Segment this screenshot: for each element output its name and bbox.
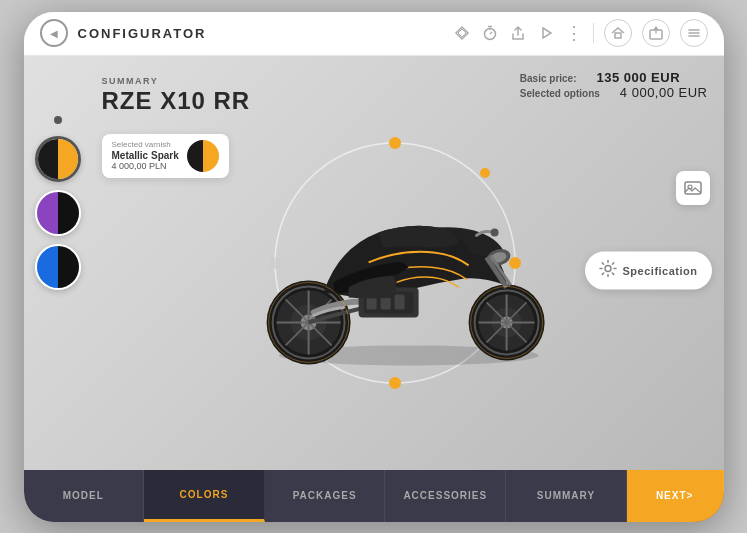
- motorcycle-image: [238, 157, 578, 377]
- svg-rect-7: [615, 33, 621, 38]
- diamond-icon[interactable]: [453, 24, 471, 42]
- export-button[interactable]: [642, 19, 670, 47]
- top-info: SUMMARY RZE X10 RR Basic price: 135 000 …: [92, 56, 724, 114]
- timer-icon[interactable]: [481, 24, 499, 42]
- main-area: SUMMARY RZE X10 RR Basic price: 135 000 …: [24, 56, 724, 470]
- back-icon: ◀: [50, 28, 58, 39]
- menu-button[interactable]: [680, 19, 708, 47]
- selected-options-value: 4 000,00 EUR: [620, 85, 708, 100]
- home-button[interactable]: [604, 19, 632, 47]
- svg-marker-6: [543, 28, 551, 38]
- varnish-price: 4 000,00 PLN: [112, 161, 179, 171]
- svg-line-5: [490, 32, 492, 34]
- varnish-label: Selected varnish: [112, 140, 179, 149]
- share-icon[interactable]: [509, 24, 527, 42]
- model-name: RZE X10 RR: [102, 88, 251, 114]
- varnish-name: Metallic Spark: [112, 150, 179, 161]
- basic-price-label: Basic price:: [520, 73, 577, 84]
- left-panel: [24, 56, 92, 470]
- varnish-color-preview: [187, 140, 219, 172]
- next-button[interactable]: NEXT>: [627, 470, 724, 522]
- color-swatch-3[interactable]: [35, 244, 81, 290]
- tab-packages[interactable]: PACKAGES: [265, 470, 386, 522]
- configurator-title: CONFIGURATOR: [78, 26, 453, 41]
- tab-colors[interactable]: COLORS: [144, 470, 265, 522]
- back-button[interactable]: ◀: [40, 19, 68, 47]
- varnish-box: Selected varnish Metallic Spark 4 000,00…: [102, 134, 229, 178]
- header: ◀ CONFIGURATOR: [24, 12, 724, 56]
- header-icons-group: ⋮: [453, 19, 708, 47]
- tab-summary[interactable]: SUMMARY: [506, 470, 627, 522]
- svg-rect-46: [394, 294, 404, 309]
- tab-accessories[interactable]: ACCESSORIES: [385, 470, 506, 522]
- play-icon[interactable]: [537, 24, 555, 42]
- dots-icon[interactable]: ⋮: [565, 24, 583, 42]
- color-swatch-2[interactable]: [35, 190, 81, 236]
- specification-button[interactable]: Specification: [585, 251, 712, 289]
- divider: [593, 23, 594, 43]
- svg-point-15: [389, 377, 401, 389]
- svg-rect-50: [685, 182, 701, 194]
- selected-options-label: Selected options: [520, 88, 600, 99]
- model-info: SUMMARY RZE X10 RR: [102, 70, 251, 114]
- footer-nav: MODEL COLORS PACKAGES ACCESSORIES SUMMAR…: [24, 470, 724, 522]
- price-info: Basic price: 135 000 EUR Selected option…: [520, 70, 708, 114]
- svg-point-52: [605, 265, 611, 271]
- varnish-details: Selected varnish Metallic Spark 4 000,00…: [112, 140, 179, 171]
- svg-point-13: [389, 137, 401, 149]
- basic-price-value: 135 000 EUR: [597, 70, 681, 85]
- spec-label: Specification: [623, 264, 698, 276]
- svg-point-49: [490, 228, 498, 236]
- view-mode-button[interactable]: [676, 171, 710, 205]
- color-swatch-1[interactable]: [35, 136, 81, 182]
- summary-label: SUMMARY: [102, 76, 159, 86]
- tablet-frame: ◀ CONFIGURATOR: [24, 12, 724, 522]
- tab-model[interactable]: MODEL: [24, 470, 145, 522]
- spec-gear-icon: [599, 259, 617, 281]
- center-content: SUMMARY RZE X10 RR Basic price: 135 000 …: [92, 56, 724, 470]
- dot-indicator: [54, 116, 62, 124]
